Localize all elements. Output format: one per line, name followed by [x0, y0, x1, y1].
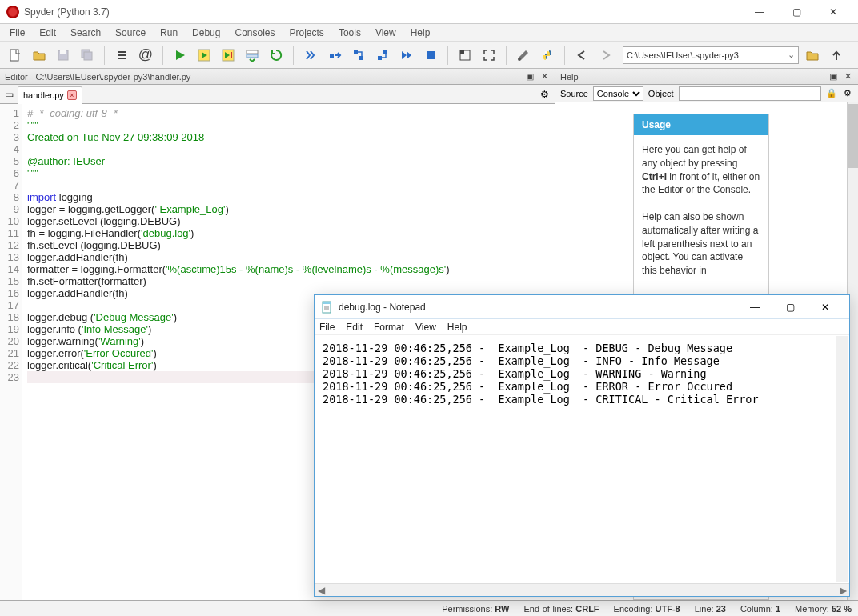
gear-icon[interactable]: ⚙ [539, 89, 550, 100]
notepad-hscroll[interactable]: ◀ ▶ [315, 583, 849, 596]
file-tab-label: handler.py [23, 90, 64, 100]
python-path-button[interactable] [537, 45, 558, 66]
menu-tools[interactable]: Tools [332, 26, 367, 40]
help-gear-icon[interactable]: ⚙ [842, 88, 853, 99]
notepad-menu-view[interactable]: View [415, 322, 436, 333]
preferences-button[interactable] [513, 45, 534, 66]
notepad-window[interactable]: debug.log - Notepad — ▢ ✕ FileEditFormat… [314, 294, 850, 597]
undock-icon[interactable]: ▣ [524, 71, 535, 82]
notepad-body[interactable]: 2018-11-29 00:46:25,256 - Example_Log - … [315, 335, 849, 583]
scroll-left-icon[interactable]: ◀ [315, 584, 327, 596]
chevron-down-icon: ⌄ [788, 50, 795, 60]
back-button[interactable] [571, 45, 592, 66]
menu-search[interactable]: Search [64, 26, 107, 40]
working-dir-combo[interactable]: C:\Users\IEUser\.spyder-py3 ⌄ [623, 46, 799, 64]
object-label: Object [648, 89, 674, 98]
maximize-button[interactable]: ▢ [778, 0, 815, 24]
spyder-logo-icon [6, 6, 19, 18]
svg-rect-0 [10, 50, 18, 61]
svg-point-22 [545, 51, 547, 53]
tool1-button[interactable] [455, 45, 475, 66]
help-pane-title: Help [560, 72, 579, 82]
menu-debug[interactable]: Debug [186, 26, 227, 40]
menubar: FileEditSearchSourceRunDebugConsolesProj… [0, 24, 858, 42]
svg-rect-24 [323, 302, 331, 304]
help-toolbar: Source Console Object 🔒 ⚙ [555, 85, 858, 102]
svg-rect-4 [84, 52, 92, 60]
svg-rect-15 [359, 56, 363, 60]
notepad-menubar: FileEditFormatViewHelp [315, 319, 849, 335]
notepad-close[interactable]: ✕ [808, 296, 843, 318]
run-button[interactable] [170, 45, 190, 66]
debug-button[interactable] [300, 45, 321, 66]
svg-point-21 [518, 58, 521, 61]
notepad-title: debug.log - Notepad [339, 302, 737, 313]
undock-help-icon[interactable]: ▣ [828, 71, 839, 82]
notepad-menu-format[interactable]: Format [374, 322, 404, 333]
close-button[interactable]: ✕ [815, 0, 852, 24]
save-all-button[interactable] [77, 45, 98, 66]
help-pane-header: Help ▣ ✕ [555, 69, 858, 85]
lock-icon[interactable]: 🔒 [826, 88, 837, 99]
run-cell-advance-button[interactable] [218, 45, 239, 66]
run-cell-button[interactable] [194, 45, 214, 66]
open-file-button[interactable] [29, 45, 50, 66]
notepad-menu-help[interactable]: Help [447, 322, 467, 333]
stop-debug-button[interactable] [420, 45, 441, 66]
notepad-maximize[interactable]: ▢ [772, 296, 808, 318]
at-button[interactable]: @ [135, 45, 156, 66]
new-file-button[interactable] [5, 45, 26, 66]
rerun-button[interactable] [266, 45, 287, 66]
parent-dir-button[interactable] [826, 45, 847, 66]
close-pane-icon[interactable]: ✕ [539, 71, 550, 82]
menu-projects[interactable]: Projects [283, 26, 331, 40]
svg-rect-12 [247, 54, 258, 58]
working-dir-text: C:\Users\IEUser\.spyder-py3 [627, 50, 739, 60]
source-combo[interactable]: Console [593, 86, 644, 101]
object-input[interactable] [679, 86, 821, 101]
notepad-titlebar[interactable]: debug.log - Notepad — ▢ ✕ [315, 295, 849, 319]
step-over-button[interactable] [324, 45, 345, 66]
menu-file[interactable]: File [3, 26, 31, 40]
notepad-menu-edit[interactable]: Edit [346, 322, 363, 333]
window-title: Spyder (Python 3.7) [24, 6, 741, 18]
notepad-menu-file[interactable]: File [319, 322, 335, 333]
step-into-button[interactable] [348, 45, 369, 66]
usage-title: Usage [634, 114, 768, 135]
usage-body: Here you can get help of any object by p… [634, 135, 768, 286]
step-out-button[interactable] [372, 45, 393, 66]
continue-button[interactable] [396, 45, 417, 66]
file-tab-handler[interactable]: handler.py × [18, 86, 82, 104]
spyder-titlebar: Spyder (Python 3.7) — ▢ ✕ [0, 0, 858, 24]
tab-close-icon[interactable]: × [67, 90, 77, 100]
main-toolbar: @ C:\Users\IEUser\.spyder-py3 ⌄ [0, 42, 858, 69]
line-gutter: 1234567891011121314151617181920212223 [0, 104, 22, 600]
notepad-vscroll[interactable] [836, 336, 848, 582]
save-button[interactable] [53, 45, 74, 66]
fullscreen-button[interactable] [479, 45, 499, 66]
list-button[interactable] [111, 45, 132, 66]
scroll-right-icon[interactable]: ▶ [836, 584, 849, 596]
tab-list-icon[interactable]: ▭ [3, 89, 14, 100]
svg-rect-14 [354, 50, 358, 54]
minimize-button[interactable]: — [741, 0, 778, 24]
source-label: Source [560, 89, 588, 98]
run-selection-button[interactable] [242, 45, 263, 66]
notepad-minimize[interactable]: — [737, 296, 772, 318]
editor-pane-title: Editor - C:\Users\IEUser\.spyder-py3\han… [5, 72, 190, 82]
close-help-icon[interactable]: ✕ [842, 71, 853, 82]
statusbar: Permissions: RW End-of-lines: CRLF Encod… [0, 600, 858, 616]
menu-help[interactable]: Help [404, 26, 437, 40]
menu-source[interactable]: Source [109, 26, 152, 40]
editor-tabbar: ▭ handler.py × ⚙ [0, 85, 555, 104]
menu-view[interactable]: View [369, 26, 403, 40]
notepad-icon [321, 301, 334, 314]
svg-rect-13 [330, 54, 334, 58]
menu-run[interactable]: Run [154, 26, 184, 40]
svg-rect-16 [378, 56, 382, 60]
svg-rect-20 [460, 50, 464, 54]
menu-consoles[interactable]: Consoles [228, 26, 281, 40]
browse-dir-button[interactable] [802, 45, 823, 66]
forward-button[interactable] [595, 45, 616, 66]
menu-edit[interactable]: Edit [33, 26, 62, 40]
